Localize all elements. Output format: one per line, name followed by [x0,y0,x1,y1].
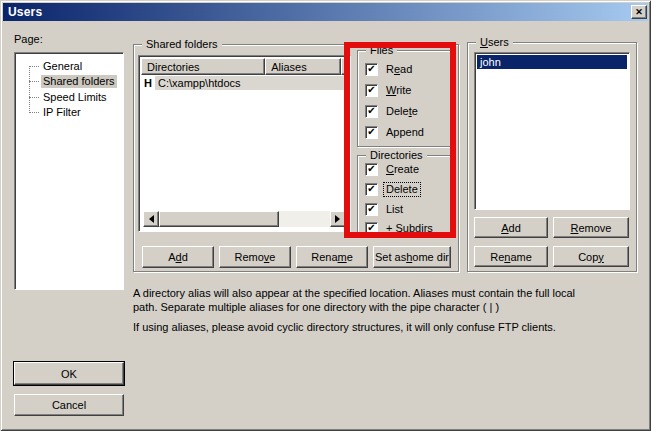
scroll-left-button[interactable] [143,211,159,227]
directory-row[interactable]: H C:\xampp\htdocs [141,76,348,90]
listview-header: Directories Aliases [141,58,348,75]
window-title: Users [3,5,42,19]
create-checkbox[interactable]: ✔ [365,163,378,176]
user-remove-button[interactable]: Remove [553,217,629,238]
user-copy-button[interactable]: Copy [553,246,629,267]
user-add-button[interactable]: Add [474,217,548,238]
horizontal-scrollbar[interactable] [143,211,346,227]
users-list[interactable]: john [474,52,630,210]
dirs-create-option[interactable]: ✔ Create [365,163,421,176]
alias-note-line1: A directory alias will also appear at th… [133,287,575,299]
cyclic-note: If using aliases, please avoid cyclic di… [133,321,556,333]
directories-listview: Directories Aliases H C:\xampp\htdocs [138,55,351,232]
tree-item-shared-folders[interactable]: Shared folders [17,74,121,89]
files-group-label: Files [366,43,397,57]
folder-remove-button[interactable]: Remove [219,246,291,268]
users-group-label: Users [476,35,513,49]
write-checkbox[interactable]: ✔ [365,84,378,97]
home-flag: H [141,77,155,89]
folder-rename-button[interactable]: Rename [296,246,368,268]
check-icon: ✔ [367,184,375,194]
subdirs-checkbox[interactable]: ✔ [365,222,378,235]
ok-button[interactable]: OK [14,362,124,385]
directory-path: C:\xampp\htdocs [155,76,348,90]
append-checkbox[interactable]: ✔ [365,126,378,139]
scrollbar-thumb[interactable] [159,211,279,227]
alias-note-line2: path. Separate multiple aliases for one … [133,301,499,313]
title-bar[interactable]: Users [3,3,648,21]
check-icon: ✔ [367,64,375,74]
check-icon: ✔ [367,223,375,233]
cancel-button[interactable]: Cancel [14,394,124,416]
dirs-subdirs-option[interactable]: ✔ + Subdirs [365,222,435,235]
tree-item-general[interactable]: General [17,59,121,74]
close-button[interactable]: ✕ [631,5,647,19]
users-dialog: Users ✕ Page: General Shared folders Spe… [0,0,651,431]
files-delete-option[interactable]: ✔ Delete [365,105,420,118]
tree-item-speed-limits[interactable]: Speed Limits [17,90,121,105]
check-icon: ✔ [367,127,375,137]
dirs-delete-checkbox[interactable]: ✔ [365,183,378,196]
shared-folders-group-label: Shared folders [142,37,222,51]
files-delete-checkbox[interactable]: ✔ [365,105,378,118]
scroll-right-icon [335,215,344,223]
dirs-delete-option[interactable]: ✔ Delete [365,183,420,196]
user-rename-button[interactable]: Rename [474,246,548,267]
dirs-list-option[interactable]: ✔ List [365,203,405,216]
list-checkbox[interactable]: ✔ [365,203,378,216]
page-tree: General Shared folders Speed Limits IP F… [14,52,124,290]
check-icon: ✔ [367,106,375,116]
directories-group-label: Directories [366,148,427,162]
read-checkbox[interactable]: ✔ [365,63,378,76]
files-append-option[interactable]: ✔ Append [365,126,426,139]
tree-item-ip-filter[interactable]: IP Filter [17,105,121,120]
column-header-aliases[interactable]: Aliases [265,58,341,75]
column-header-directories[interactable]: Directories [141,58,265,75]
user-list-item[interactable]: john [477,55,627,69]
set-home-dir-button[interactable]: Set as home dir [373,246,451,268]
scrollbar-track[interactable] [279,211,330,227]
close-icon: ✕ [635,8,643,17]
folder-add-button[interactable]: Add [142,246,214,268]
files-read-option[interactable]: ✔ Read [365,63,414,76]
column-header-filler [341,58,348,75]
page-label: Page: [14,33,43,45]
check-icon: ✔ [367,164,375,174]
files-write-option[interactable]: ✔ Write [365,84,413,97]
scroll-left-icon [145,215,154,223]
check-icon: ✔ [367,85,375,95]
check-icon: ✔ [367,204,375,214]
scroll-right-button[interactable] [330,211,346,227]
